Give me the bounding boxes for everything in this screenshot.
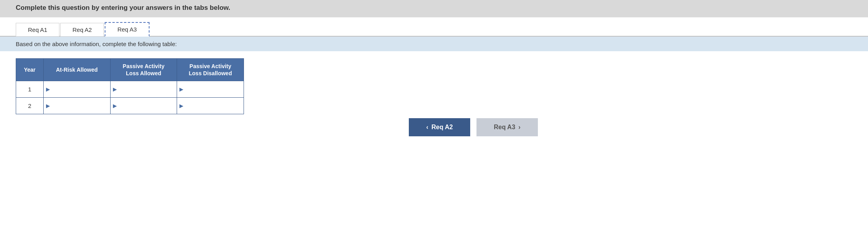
arrow-icon: ▶ xyxy=(113,103,117,109)
pal-allowed-cell-1[interactable]: ▶ xyxy=(110,81,177,98)
pal-allowed-input-1[interactable] xyxy=(118,86,175,93)
next-button[interactable]: Req A3 › xyxy=(476,118,538,136)
pal-disallowed-input-2[interactable] xyxy=(185,103,241,109)
pal-allowed-input-2[interactable] xyxy=(118,103,175,109)
banner-text: Complete this question by entering your … xyxy=(16,4,230,11)
pal-disallowed-cell-2[interactable]: ▶ xyxy=(177,98,244,114)
pal-allowed-cell-2[interactable]: ▶ xyxy=(110,98,177,114)
next-button-label: Req A3 xyxy=(494,124,515,131)
col-header-year: Year xyxy=(16,59,44,81)
at-risk-input-1[interactable] xyxy=(52,86,108,93)
col-header-pal-allowed: Passive Activity Loss Allowed xyxy=(110,59,177,81)
col-header-at-risk: At-Risk Allowed xyxy=(43,59,110,81)
main-content: Year At-Risk Allowed Passive Activity Lo… xyxy=(0,51,868,234)
tabs-row: Req A1 Req A2 Req A3 xyxy=(0,17,868,37)
arrow-icon: ▶ xyxy=(179,86,183,92)
data-table: Year At-Risk Allowed Passive Activity Lo… xyxy=(16,58,244,114)
at-risk-input-2[interactable] xyxy=(52,103,108,109)
table-row: 1 ▶ ▶ xyxy=(16,81,244,98)
instruction-bar: Based on the above information, complete… xyxy=(0,37,868,51)
prev-arrow-icon: ‹ xyxy=(426,124,428,131)
at-risk-cell-2[interactable]: ▶ xyxy=(43,98,110,114)
year-cell-1: 1 xyxy=(16,81,44,98)
top-banner: Complete this question by entering your … xyxy=(0,0,868,17)
prev-button[interactable]: ‹ Req A2 xyxy=(409,118,470,136)
pal-disallowed-input-1[interactable] xyxy=(185,86,241,93)
year-cell-2: 2 xyxy=(16,98,44,114)
next-arrow-icon: › xyxy=(519,124,521,131)
arrow-icon: ▶ xyxy=(46,86,50,92)
arrow-icon: ▶ xyxy=(113,86,117,92)
table-row: 2 ▶ ▶ xyxy=(16,98,244,114)
pal-disallowed-cell-1[interactable]: ▶ xyxy=(177,81,244,98)
instruction-text: Based on the above information, complete… xyxy=(16,41,177,47)
buttons-row: ‹ Req A2 Req A3 › xyxy=(16,118,852,136)
col-header-pal-disallowed: Passive Activity Loss Disallowed xyxy=(177,59,244,81)
arrow-icon: ▶ xyxy=(179,103,183,109)
at-risk-cell-1[interactable]: ▶ xyxy=(43,81,110,98)
tab-req-a3[interactable]: Req A3 xyxy=(105,22,149,37)
prev-button-label: Req A2 xyxy=(431,124,453,131)
page-wrapper: Complete this question by entering your … xyxy=(0,0,868,234)
arrow-icon: ▶ xyxy=(46,103,50,109)
tab-req-a1[interactable]: Req A1 xyxy=(16,23,59,37)
tab-req-a2[interactable]: Req A2 xyxy=(60,23,104,37)
